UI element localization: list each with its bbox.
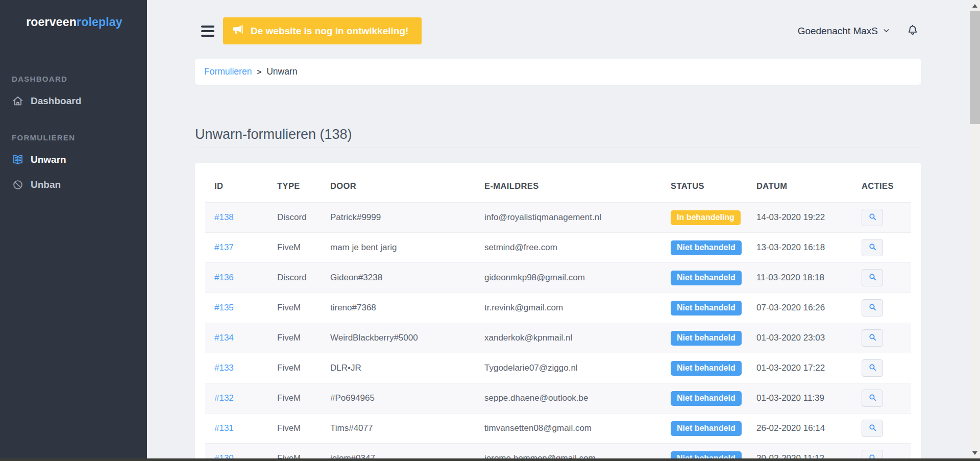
breadcrumb-parent-link[interactable]: Formulieren <box>204 66 252 77</box>
table-row: #131 FiveM Tims#4077 timvansetten08@gmai… <box>205 414 911 444</box>
sidebar: roerveenroleplay DASHBOARD Dashboard FOR… <box>0 0 147 461</box>
sidebar-item-label: Unban <box>31 179 61 190</box>
col-header-datum: DATUM <box>747 168 852 203</box>
row-id-link[interactable]: #134 <box>214 333 234 343</box>
row-email: tr.revink@gmail.com <box>484 303 563 312</box>
col-header-email: E-MAILDRES <box>475 168 662 203</box>
col-header-door: DOOR <box>321 168 475 203</box>
scrollbar[interactable] <box>970 0 980 461</box>
col-header-id: ID <box>205 168 268 203</box>
search-icon <box>868 242 877 253</box>
table-row: #134 FiveM WeirdBlackberry#5000 xanderko… <box>205 323 911 353</box>
row-type: Discord <box>277 212 307 222</box>
sidebar-item-dashboard[interactable]: Dashboard <box>12 95 137 107</box>
status-badge: Niet behandeld <box>671 361 742 376</box>
table-row: #133 FiveM DLR•JR Tygodelarie07@ziggo.nl… <box>205 353 911 383</box>
sidebar-item-unban[interactable]: Unban <box>12 179 137 191</box>
sidebar-item-label: Dashboard <box>31 95 81 107</box>
status-badge: Niet behandeld <box>671 331 742 346</box>
status-badge: Niet behandeld <box>671 421 742 436</box>
row-email: setmind@free.com <box>484 242 557 252</box>
row-door: Gideon#3238 <box>330 273 382 282</box>
view-row-button[interactable] <box>862 359 883 377</box>
page-content: Formulieren > Unwarn Unwarn-formulieren … <box>195 59 921 461</box>
user-menu[interactable]: Goedenacht MaxS <box>798 26 890 37</box>
view-row-button[interactable] <box>862 390 883 407</box>
ban-icon <box>12 179 24 191</box>
col-header-status: STATUS <box>662 168 747 203</box>
sidebar-section-formulieren: FORMULIEREN <box>12 133 137 142</box>
table-row: #138 Discord Patrick#9999 info@royalisti… <box>205 203 911 233</box>
topbar-right: Goedenacht MaxS <box>798 24 919 38</box>
search-icon <box>868 212 877 223</box>
row-door: DLR•JR <box>330 363 361 373</box>
row-datum: 01-03-2020 17:22 <box>756 363 825 373</box>
col-header-type: TYPE <box>268 168 321 203</box>
menu-toggle-button[interactable] <box>201 26 214 37</box>
announcement-banner[interactable]: De website is nog in ontwikkeling! <box>223 17 422 44</box>
scrollbar-down-icon[interactable] <box>972 451 977 455</box>
row-datum: 01-03-2020 11:39 <box>756 393 824 403</box>
status-badge: In behandeling <box>671 210 741 225</box>
row-email: info@royalistiqmanagement.nl <box>484 212 601 222</box>
brand-name-primary: roerveen <box>26 15 77 29</box>
row-id-link[interactable]: #131 <box>214 423 234 433</box>
view-row-button[interactable] <box>862 299 883 317</box>
view-row-button[interactable] <box>862 329 883 347</box>
forms-table: ID TYPE DOOR E-MAILDRES STATUS DATUM ACT… <box>205 168 911 461</box>
breadcrumb-separator-icon: > <box>257 67 261 76</box>
row-type: FiveM <box>277 242 301 252</box>
search-icon <box>868 393 877 403</box>
table-row: #135 FiveM tireno#7368 tr.revink@gmail.c… <box>205 293 911 323</box>
sidebar-section-dashboard: DASHBOARD <box>12 75 137 83</box>
notifications-button[interactable] <box>906 24 919 38</box>
breadcrumb-current: Unwarn <box>266 66 297 77</box>
view-row-button[interactable] <box>862 269 883 286</box>
row-door: mam je bent jarig <box>330 242 397 252</box>
table-row: #137 FiveM mam je bent jarig setmind@fre… <box>205 233 911 263</box>
main-area: De website is nog in ontwikkeling! Goede… <box>147 0 970 461</box>
app-screen: roerveenroleplay DASHBOARD Dashboard FOR… <box>0 0 980 461</box>
row-id-link[interactable]: #137 <box>214 242 234 252</box>
table-header-row: ID TYPE DOOR E-MAILDRES STATUS DATUM ACT… <box>205 168 911 203</box>
row-id-link[interactable]: #133 <box>214 363 234 373</box>
status-badge: Niet behandeld <box>671 301 742 316</box>
row-datum: 14-03-2020 19:22 <box>756 212 825 222</box>
scrollbar-thumb[interactable] <box>970 11 980 124</box>
view-row-button[interactable] <box>862 420 883 437</box>
status-badge: Niet behandeld <box>671 240 742 255</box>
sidebar-item-unwarn[interactable]: Unwarn <box>12 154 137 166</box>
table-row: #136 Discord Gideon#3238 gideonmkp98@gma… <box>205 263 911 293</box>
row-type: Discord <box>277 273 307 282</box>
row-type: FiveM <box>277 303 301 312</box>
page-title: Unwarn-formulieren (138) <box>195 127 921 142</box>
row-door: tireno#7368 <box>330 303 376 312</box>
row-id-link[interactable]: #132 <box>214 393 234 403</box>
search-icon <box>868 423 877 433</box>
menu-icon <box>201 26 214 28</box>
row-id-link[interactable]: #136 <box>214 273 234 282</box>
row-email: Tygodelarie07@ziggo.nl <box>484 363 578 373</box>
status-badge: Niet behandeld <box>671 391 742 406</box>
breadcrumb: Formulieren > Unwarn <box>195 59 921 85</box>
row-email: timvansetten08@gmail.com <box>484 423 592 433</box>
row-id-link[interactable]: #135 <box>214 303 234 312</box>
row-datum: 13-03-2020 16:18 <box>756 242 825 252</box>
sidebar-item-label: Unwarn <box>31 154 66 165</box>
row-type: FiveM <box>277 363 301 373</box>
row-datum: 11-03-2020 18:18 <box>756 273 824 282</box>
status-badge: Niet behandeld <box>671 271 742 285</box>
bottom-edge-strip <box>0 458 980 461</box>
view-row-button[interactable] <box>862 239 883 256</box>
row-datum: 01-03-2020 23:03 <box>756 333 825 343</box>
col-header-acties: ACTIES <box>852 168 911 203</box>
chevron-down-icon <box>883 26 890 37</box>
row-id-link[interactable]: #138 <box>214 212 234 222</box>
view-row-button[interactable] <box>862 209 883 226</box>
scrollbar-up-icon[interactable] <box>972 4 977 8</box>
search-icon <box>868 303 877 313</box>
forms-table-card: ID TYPE DOOR E-MAILDRES STATUS DATUM ACT… <box>195 163 921 461</box>
row-door: Tims#4077 <box>330 423 373 433</box>
brand-logo[interactable]: roerveenroleplay <box>12 15 137 29</box>
row-email: seppe.dhaene@outlook.be <box>484 393 588 403</box>
